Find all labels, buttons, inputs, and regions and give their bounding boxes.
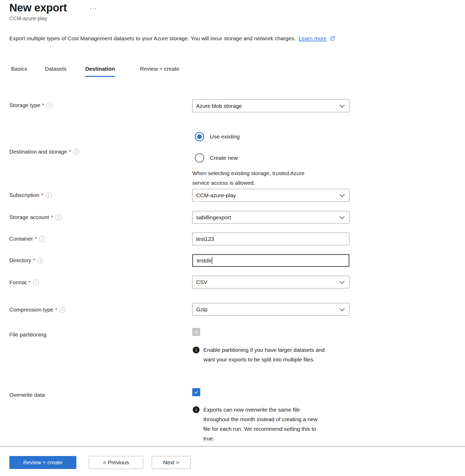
info-glyph: i <box>36 280 36 285</box>
chevron-down-icon <box>339 216 345 219</box>
external-link-icon <box>330 36 335 41</box>
selected-value: CCM-azure-play <box>196 192 338 199</box>
info-glyph: i <box>48 193 49 197</box>
info-glyph: i <box>42 237 43 241</box>
overwrite-data-label: Overwrite data <box>9 392 45 398</box>
subscription-label: Subscription * i <box>9 192 52 198</box>
tab-review-create[interactable]: Review + create <box>140 66 179 76</box>
storage-account-select[interactable]: sabillingexport <box>192 211 349 224</box>
label-text: Format <box>9 279 27 286</box>
required-asterisk: * <box>41 192 43 198</box>
label-text: Container <box>9 236 33 242</box>
info-filled-icon: i <box>193 347 200 353</box>
check-icon <box>194 390 199 395</box>
label-text: Storage account <box>9 214 49 220</box>
label-text: Directory <box>9 257 31 263</box>
selected-value: sabillingexport <box>196 214 338 221</box>
radio-unselected-icon <box>195 153 204 163</box>
previous-button[interactable]: < Previous <box>89 456 143 469</box>
info-icon[interactable]: i <box>46 102 52 108</box>
label-text: Overwrite data <box>9 392 45 398</box>
selected-value: Azure blob storage <box>196 103 338 109</box>
more-options-button[interactable]: ··· <box>88 4 98 13</box>
hint-text: Enable partitioning if you have larger d… <box>203 345 325 364</box>
create-new-radio[interactable]: Create new <box>195 153 238 163</box>
format-select[interactable]: CSV <box>192 276 349 288</box>
input-value: testdir <box>197 257 211 264</box>
chevron-down-icon <box>339 194 345 197</box>
label-text: Compression type <box>9 307 53 313</box>
tab-basics[interactable]: Basics <box>11 66 27 76</box>
info-glyph: i <box>196 408 197 412</box>
required-asterisk: * <box>55 307 57 313</box>
hint-text: Exports can now overwrite the same file … <box>203 405 325 443</box>
info-icon[interactable]: i <box>59 307 65 313</box>
new-export-page: New export ··· CCM-azure-play Export mul… <box>0 0 465 476</box>
radio-selected-icon <box>195 132 204 141</box>
label-text: Destination and storage <box>9 149 67 155</box>
required-asterisk: * <box>33 257 35 263</box>
compression-type-label: Compression type * i <box>9 307 65 313</box>
compression-type-select[interactable]: Gzip <box>192 303 349 316</box>
directory-label: Directory * i <box>9 257 43 263</box>
radio-label: Create new <box>210 155 238 161</box>
label-text: File partitioning <box>9 332 46 338</box>
export-description: Export multiple types of Cost Management… <box>9 35 335 42</box>
label-text: Subscription <box>9 192 39 198</box>
info-icon[interactable]: i <box>46 192 52 198</box>
info-filled-icon: i <box>193 406 200 413</box>
file-partitioning-hint: i Enable partitioning if you have larger… <box>193 345 325 364</box>
chevron-down-icon <box>339 104 345 108</box>
info-icon[interactable]: i <box>73 149 79 155</box>
review-create-button[interactable]: Review + create <box>9 456 76 469</box>
footer-divider <box>0 446 465 447</box>
chevron-down-icon <box>339 308 345 311</box>
use-existing-radio[interactable]: Use existing <box>195 132 240 141</box>
directory-input[interactable]: testdir <box>192 254 349 267</box>
container-input[interactable]: test123 <box>192 233 349 245</box>
required-asterisk: * <box>51 214 53 220</box>
text-cursor <box>212 257 212 264</box>
info-icon[interactable]: i <box>37 257 43 263</box>
input-value: test123 <box>196 236 346 242</box>
file-partitioning-checkbox <box>192 328 200 336</box>
required-asterisk: * <box>29 279 31 286</box>
storage-type-select[interactable]: Azure blob storage <box>192 100 349 112</box>
info-glyph: i <box>49 103 50 107</box>
label-text: Storage type <box>9 102 40 108</box>
page-title: New export <box>9 2 67 14</box>
info-icon[interactable]: i <box>33 280 39 286</box>
learn-more-link[interactable]: Learn more <box>299 35 327 41</box>
info-icon[interactable]: i <box>55 214 61 220</box>
required-asterisk: * <box>42 102 44 108</box>
required-asterisk: * <box>69 149 71 155</box>
selected-value: Gzip <box>196 306 338 313</box>
radio-label: Use existing <box>210 134 240 140</box>
format-label: Format * i <box>9 279 39 286</box>
storage-type-label: Storage type * i <box>9 102 52 108</box>
existing-storage-note: When selecting existing storage, trusted… <box>192 168 317 188</box>
next-button[interactable]: Next > <box>152 456 191 469</box>
chevron-down-icon <box>339 281 345 284</box>
info-glyph: i <box>196 348 197 352</box>
check-icon <box>194 329 199 334</box>
info-icon[interactable]: i <box>39 236 45 242</box>
required-asterisk: * <box>35 236 37 242</box>
info-glyph: i <box>62 308 63 312</box>
selected-value: CSV <box>196 279 338 285</box>
tab-datasets[interactable]: Datasets <box>45 66 67 76</box>
tab-destination[interactable]: Destination <box>85 66 115 77</box>
overwrite-data-hint: i Exports can now overwrite the same fil… <box>193 405 325 443</box>
container-label: Container * i <box>9 236 45 242</box>
overwrite-data-checkbox[interactable] <box>192 388 200 396</box>
info-glyph: i <box>40 258 41 262</box>
storage-account-label: Storage account * i <box>9 214 61 220</box>
info-glyph: i <box>76 150 77 154</box>
subscription-select[interactable]: CCM-azure-play <box>192 189 349 202</box>
context-subtitle: CCM-azure-play <box>9 16 47 22</box>
file-partitioning-label: File partitioning <box>9 332 46 338</box>
destination-storage-label: Destination and storage * i <box>9 149 79 155</box>
description-text: Export multiple types of Cost Management… <box>9 35 296 41</box>
info-glyph: i <box>58 215 59 219</box>
